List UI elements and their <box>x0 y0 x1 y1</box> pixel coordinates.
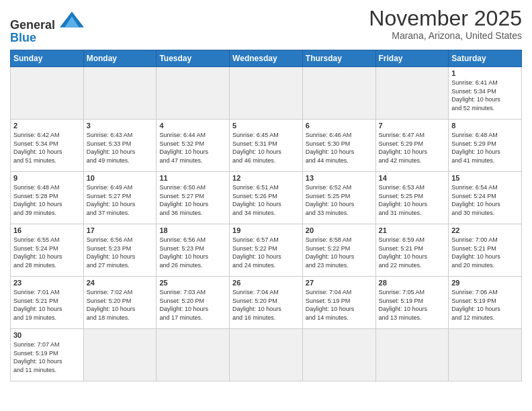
calendar-cell: 24Sunrise: 7:02 AM Sunset: 5:20 PM Dayli… <box>83 277 157 329</box>
title-block: November 2025 Marana, Arizona, United St… <box>369 7 522 41</box>
day-info: Sunrise: 6:52 AM Sunset: 5:25 PM Dayligh… <box>306 183 373 217</box>
day-number: 18 <box>159 226 226 234</box>
logo-general: General <box>10 18 55 32</box>
calendar-cell: 3Sunrise: 6:43 AM Sunset: 5:33 PM Daylig… <box>83 120 157 172</box>
day-info: Sunrise: 6:46 AM Sunset: 5:30 PM Dayligh… <box>306 131 373 165</box>
calendar-cell: 8Sunrise: 6:48 AM Sunset: 5:29 PM Daylig… <box>449 120 522 172</box>
day-info: Sunrise: 6:48 AM Sunset: 5:29 PM Dayligh… <box>451 131 519 165</box>
day-number: 27 <box>306 279 373 287</box>
day-number: 1 <box>451 69 519 77</box>
calendar-week-6: 30Sunrise: 7:07 AM Sunset: 5:19 PM Dayli… <box>11 329 522 381</box>
day-number: 19 <box>232 226 300 234</box>
day-number: 13 <box>306 174 373 182</box>
day-info: Sunrise: 6:57 AM Sunset: 5:22 PM Dayligh… <box>232 236 300 269</box>
calendar-cell <box>11 67 84 120</box>
day-number: 17 <box>87 226 154 234</box>
day-number: 29 <box>451 279 519 287</box>
day-info: Sunrise: 6:47 AM Sunset: 5:29 PM Dayligh… <box>379 131 446 165</box>
calendar-cell: 17Sunrise: 6:56 AM Sunset: 5:23 PM Dayli… <box>83 224 157 277</box>
calendar-cell: 27Sunrise: 7:04 AM Sunset: 5:19 PM Dayli… <box>302 277 375 329</box>
calendar-cell: 30Sunrise: 7:07 AM Sunset: 5:19 PM Dayli… <box>11 329 84 381</box>
day-info: Sunrise: 7:06 AM Sunset: 5:19 PM Dayligh… <box>451 288 519 322</box>
calendar-cell: 14Sunrise: 6:53 AM Sunset: 5:25 PM Dayli… <box>375 172 449 224</box>
day-info: Sunrise: 6:43 AM Sunset: 5:33 PM Dayligh… <box>87 131 154 165</box>
column-header-sunday: Sunday <box>11 50 84 67</box>
calendar-cell: 28Sunrise: 7:05 AM Sunset: 5:19 PM Dayli… <box>375 277 449 329</box>
calendar-cell <box>302 67 375 120</box>
day-number: 24 <box>87 279 154 287</box>
calendar-cell <box>83 67 157 120</box>
day-info: Sunrise: 7:01 AM Sunset: 5:21 PM Dayligh… <box>13 288 81 322</box>
logo-blue-icon <box>60 10 84 29</box>
day-info: Sunrise: 6:56 AM Sunset: 5:23 PM Dayligh… <box>87 236 154 269</box>
calendar-cell: 23Sunrise: 7:01 AM Sunset: 5:21 PM Dayli… <box>11 277 84 329</box>
day-number: 20 <box>306 226 373 234</box>
day-info: Sunrise: 7:02 AM Sunset: 5:20 PM Dayligh… <box>87 288 154 322</box>
day-info: Sunrise: 6:55 AM Sunset: 5:24 PM Dayligh… <box>13 236 81 269</box>
calendar-cell <box>157 329 230 381</box>
column-header-friday: Friday <box>375 50 449 67</box>
column-header-tuesday: Tuesday <box>157 50 230 67</box>
calendar-cell: 18Sunrise: 6:56 AM Sunset: 5:23 PM Dayli… <box>157 224 230 277</box>
column-header-saturday: Saturday <box>449 50 522 67</box>
calendar-cell: 26Sunrise: 7:04 AM Sunset: 5:20 PM Dayli… <box>230 277 303 329</box>
calendar-cell: 7Sunrise: 6:47 AM Sunset: 5:29 PM Daylig… <box>375 120 449 172</box>
day-number: 21 <box>379 226 446 234</box>
calendar-cell: 5Sunrise: 6:45 AM Sunset: 5:31 PM Daylig… <box>230 120 303 172</box>
day-number: 10 <box>87 174 154 182</box>
day-info: Sunrise: 7:04 AM Sunset: 5:19 PM Dayligh… <box>306 288 373 322</box>
logo-wordmark: General Blue <box>10 10 84 44</box>
calendar-week-3: 9Sunrise: 6:48 AM Sunset: 5:28 PM Daylig… <box>11 172 522 224</box>
calendar-week-1: 1Sunrise: 6:41 AM Sunset: 5:34 PM Daylig… <box>11 67 522 120</box>
day-number: 25 <box>159 279 226 287</box>
calendar-cell: 20Sunrise: 6:58 AM Sunset: 5:22 PM Dayli… <box>302 224 375 277</box>
day-number: 16 <box>13 226 81 234</box>
calendar-cell: 10Sunrise: 6:49 AM Sunset: 5:27 PM Dayli… <box>83 172 157 224</box>
calendar-cell: 22Sunrise: 7:00 AM Sunset: 5:21 PM Dayli… <box>449 224 522 277</box>
calendar-cell: 29Sunrise: 7:06 AM Sunset: 5:19 PM Dayli… <box>449 277 522 329</box>
day-number: 2 <box>13 122 81 130</box>
day-info: Sunrise: 7:05 AM Sunset: 5:19 PM Dayligh… <box>379 288 446 322</box>
calendar-cell <box>230 329 303 381</box>
day-number: 12 <box>232 174 300 182</box>
day-number: 6 <box>306 122 373 130</box>
day-info: Sunrise: 6:56 AM Sunset: 5:23 PM Dayligh… <box>159 236 226 269</box>
day-info: Sunrise: 6:41 AM Sunset: 5:34 PM Dayligh… <box>451 79 519 112</box>
day-info: Sunrise: 6:48 AM Sunset: 5:28 PM Dayligh… <box>13 183 81 217</box>
calendar-cell: 12Sunrise: 6:51 AM Sunset: 5:26 PM Dayli… <box>230 172 303 224</box>
calendar-cell <box>449 329 522 381</box>
day-number: 9 <box>13 174 81 182</box>
column-header-thursday: Thursday <box>302 50 375 67</box>
calendar-cell <box>230 67 303 120</box>
day-number: 7 <box>379 122 446 130</box>
calendar-cell: 4Sunrise: 6:44 AM Sunset: 5:32 PM Daylig… <box>157 120 230 172</box>
day-number: 23 <box>13 279 81 287</box>
day-number: 8 <box>451 122 519 130</box>
day-info: Sunrise: 7:07 AM Sunset: 5:19 PM Dayligh… <box>13 340 81 374</box>
day-info: Sunrise: 6:42 AM Sunset: 5:34 PM Dayligh… <box>13 131 81 165</box>
day-number: 14 <box>379 174 446 182</box>
column-header-wednesday: Wednesday <box>230 50 303 67</box>
day-info: Sunrise: 7:03 AM Sunset: 5:20 PM Dayligh… <box>159 288 226 322</box>
day-info: Sunrise: 6:50 AM Sunset: 5:27 PM Dayligh… <box>159 183 226 217</box>
location: Marana, Arizona, United States <box>369 30 522 41</box>
day-info: Sunrise: 6:49 AM Sunset: 5:27 PM Dayligh… <box>87 183 154 217</box>
calendar-cell: 25Sunrise: 7:03 AM Sunset: 5:20 PM Dayli… <box>157 277 230 329</box>
day-number: 30 <box>13 331 81 339</box>
calendar-cell: 13Sunrise: 6:52 AM Sunset: 5:25 PM Dayli… <box>302 172 375 224</box>
day-info: Sunrise: 7:00 AM Sunset: 5:21 PM Dayligh… <box>451 236 519 269</box>
calendar-cell: 9Sunrise: 6:48 AM Sunset: 5:28 PM Daylig… <box>11 172 84 224</box>
day-info: Sunrise: 6:58 AM Sunset: 5:22 PM Dayligh… <box>306 236 373 269</box>
calendar-cell: 11Sunrise: 6:50 AM Sunset: 5:27 PM Dayli… <box>157 172 230 224</box>
calendar-cell: 15Sunrise: 6:54 AM Sunset: 5:24 PM Dayli… <box>449 172 522 224</box>
day-number: 28 <box>379 279 446 287</box>
calendar-cell: 16Sunrise: 6:55 AM Sunset: 5:24 PM Dayli… <box>11 224 84 277</box>
day-info: Sunrise: 6:51 AM Sunset: 5:26 PM Dayligh… <box>232 183 300 217</box>
day-number: 22 <box>451 226 519 234</box>
day-info: Sunrise: 6:54 AM Sunset: 5:24 PM Dayligh… <box>451 183 519 217</box>
calendar-cell: 2Sunrise: 6:42 AM Sunset: 5:34 PM Daylig… <box>11 120 84 172</box>
day-info: Sunrise: 6:59 AM Sunset: 5:21 PM Dayligh… <box>379 236 446 269</box>
logo-blue: Blue <box>10 31 36 44</box>
calendar-cell <box>302 329 375 381</box>
day-number: 5 <box>232 122 300 130</box>
